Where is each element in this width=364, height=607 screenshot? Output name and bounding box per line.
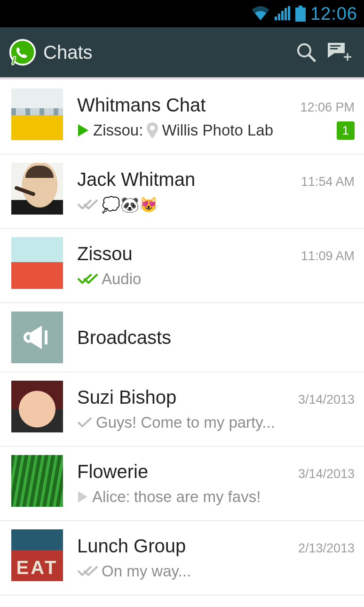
svg-rect-12 — [330, 48, 338, 49]
chat-list[interactable]: Whitmans Chat12:06 PMZissou:Willis Photo… — [0, 80, 364, 595]
chat-sender: Zissou: — [93, 121, 143, 139]
location-pin-icon — [147, 122, 158, 138]
search-button[interactable] — [290, 36, 323, 69]
svg-rect-0 — [275, 16, 277, 20]
chat-row[interactable]: EATLunch Group2/13/2013On my way... — [0, 521, 364, 595]
chat-content: Whitmans Chat12:06 PMZissou:Willis Photo… — [77, 88, 355, 145]
chat-preview-line: 💭🐼😻 — [77, 196, 355, 214]
chat-preview-line: Alice:those are my favs! — [77, 488, 355, 506]
battery-icon — [295, 6, 306, 22]
chat-avatar — [11, 163, 63, 215]
chat-row[interactable]: Broadcasts — [0, 303, 364, 372]
chat-content: Jack Whitman11:54 AM💭🐼😻 — [77, 163, 355, 220]
chat-row[interactable]: Zissou11:09 AMAudio — [0, 229, 364, 303]
chat-name: Suzi Bishop — [77, 387, 176, 408]
chat-name: Zissou — [77, 243, 133, 264]
double-tick-icon — [77, 566, 98, 577]
chat-preview: Guys! Come to my party... — [96, 414, 275, 431]
svg-rect-11 — [330, 45, 340, 47]
chat-sender: Alice: — [92, 488, 130, 506]
chat-time: 3/14/2013 — [298, 467, 355, 481]
chat-name: Jack Whitman — [77, 169, 195, 190]
chat-content: Lunch Group2/13/2013On my way... — [77, 529, 355, 586]
chat-avatar — [11, 455, 63, 507]
chat-preview-line: Audio — [77, 270, 355, 288]
chat-preview-line: Zissou:Willis Photo Lab1 — [77, 121, 355, 140]
svg-rect-3 — [285, 8, 287, 20]
chat-avatar — [11, 311, 63, 363]
chat-time: 11:09 AM — [301, 249, 355, 264]
chat-name: Broadcasts — [77, 327, 171, 348]
svg-rect-4 — [288, 6, 290, 20]
chat-avatar — [11, 237, 63, 289]
new-chat-icon — [326, 42, 352, 63]
chat-content: Flowerie3/14/2013Alice:those are my favs… — [77, 455, 355, 512]
chat-time: 2/13/2013 — [298, 541, 355, 556]
chat-preview: 💭🐼😻 — [102, 196, 158, 214]
chat-time: 12:06 PM — [300, 100, 355, 115]
svg-line-10 — [309, 55, 315, 61]
svg-rect-2 — [281, 11, 284, 20]
new-chat-button[interactable] — [323, 36, 356, 69]
signal-icon — [275, 6, 291, 21]
eat-sign: EAT — [11, 529, 63, 581]
chat-row[interactable]: Whitmans Chat12:06 PMZissou:Willis Photo… — [0, 80, 364, 154]
chat-row[interactable]: Jack Whitman11:54 AM💭🐼😻 — [0, 154, 364, 229]
chat-avatar: EAT — [11, 529, 63, 581]
chat-preview: On my way... — [102, 562, 191, 580]
chat-time: 11:54 AM — [301, 175, 355, 189]
chat-row[interactable]: Suzi Bishop3/14/2013Guys! Come to my par… — [0, 372, 364, 447]
app-action-bar: Chats — [0, 27, 364, 77]
chat-preview: those are my favs! — [134, 488, 261, 506]
chat-name: Flowerie — [77, 461, 148, 482]
svg-rect-14 — [45, 330, 47, 344]
chat-content: Zissou11:09 AMAudio — [77, 237, 355, 294]
chat-avatar — [11, 88, 63, 140]
chat-preview: Audio — [102, 270, 141, 288]
chat-preview-line: On my way... — [77, 562, 355, 580]
play-icon — [77, 490, 88, 503]
chat-name: Whitmans Chat — [77, 95, 206, 116]
status-clock: 12:06 — [310, 4, 357, 24]
android-status-bar: 12:06 — [0, 0, 364, 27]
chat-content: Broadcasts — [77, 311, 355, 363]
svg-point-13 — [150, 126, 155, 130]
chat-avatar — [11, 381, 63, 432]
search-icon — [295, 41, 317, 63]
svg-rect-1 — [278, 14, 280, 20]
chat-content: Suzi Bishop3/14/2013Guys! Come to my par… — [77, 381, 355, 438]
chat-name: Lunch Group — [77, 535, 186, 557]
svg-rect-6 — [295, 8, 306, 22]
play-icon — [77, 123, 89, 137]
chat-row[interactable]: Flowerie3/14/2013Alice:those are my favs… — [0, 447, 364, 521]
chat-preview-line: Guys! Come to my party... — [77, 414, 355, 431]
double-tick-icon — [77, 199, 98, 210]
chat-time: 3/14/2013 — [298, 392, 355, 407]
megaphone-icon — [21, 324, 53, 351]
unread-badge: 1 — [337, 121, 355, 140]
single-tick-icon — [77, 417, 92, 428]
whatsapp-logo-icon — [8, 38, 37, 66]
svg-rect-5 — [299, 6, 302, 8]
wifi-icon — [251, 6, 270, 21]
double-tick-read-icon — [77, 273, 98, 285]
page-title: Chats — [43, 42, 290, 63]
chat-preview: Willis Photo Lab — [162, 121, 273, 139]
